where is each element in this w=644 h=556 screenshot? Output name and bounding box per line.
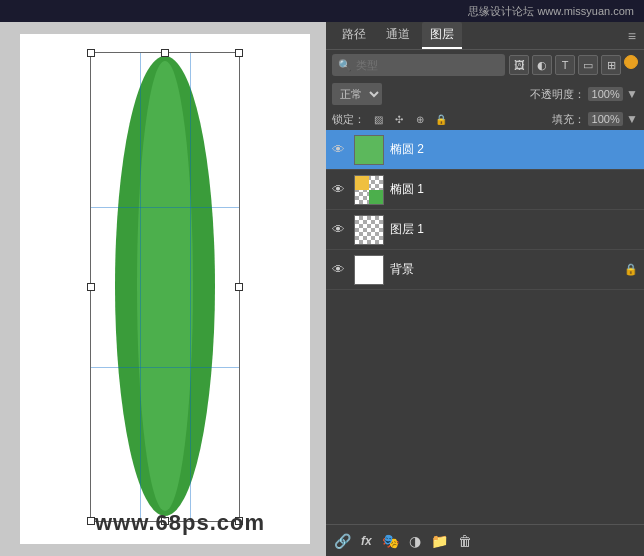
watermark-text: 思缘设计论坛 www.missyuan.com	[468, 4, 634, 19]
selection-box	[90, 52, 240, 522]
search-icons: 🖼 ◐ T ▭ ⊞	[509, 55, 638, 75]
lock-pixels-icon[interactable]: ▨	[369, 110, 387, 128]
mask-icon[interactable]: 🎭	[382, 533, 399, 549]
search-input[interactable]	[356, 59, 499, 71]
handle-tl[interactable]	[87, 49, 95, 57]
canvas-area: www.68ps.com	[0, 22, 330, 556]
layer-item-layer1[interactable]: 👁 图层 1	[326, 210, 644, 250]
layer-thumb-background	[354, 255, 384, 285]
layer-type-smart-icon[interactable]: ⊞	[601, 55, 621, 75]
handle-mr[interactable]	[235, 283, 243, 291]
layer-list: 👁 椭圆 2 👁 椭圆 1 👁 图层 1 👁 背景 🔒	[326, 130, 644, 524]
lock-position-icon[interactable]: ✣	[390, 110, 408, 128]
handle-tm[interactable]	[161, 49, 169, 57]
layer-type-image-icon[interactable]: 🖼	[509, 55, 529, 75]
layer-type-adjust-icon[interactable]: ◐	[532, 55, 552, 75]
fill-arrow[interactable]: ▼	[626, 112, 638, 126]
layer-type-text-icon[interactable]: T	[555, 55, 575, 75]
link-icon[interactable]: 🔗	[334, 533, 351, 549]
fill-label: 填充：	[552, 112, 585, 127]
bottom-watermark: www.68ps.com	[60, 510, 300, 536]
handle-ml[interactable]	[87, 283, 95, 291]
eye-icon-ellipse2[interactable]: 👁	[332, 142, 348, 157]
white-canvas: www.68ps.com	[20, 34, 310, 544]
layer-type-shape-icon[interactable]: ▭	[578, 55, 598, 75]
blend-mode-select[interactable]: 正常	[332, 83, 382, 105]
tab-path[interactable]: 路径	[334, 22, 374, 49]
opacity-value: 100%	[588, 87, 623, 101]
layer-name-background: 背景	[390, 261, 618, 278]
search-box[interactable]: 🔍	[332, 54, 505, 76]
layer-type-dot-icon[interactable]	[624, 55, 638, 69]
tab-channel[interactable]: 通道	[378, 22, 418, 49]
fill-row: 填充： 100% ▼	[552, 112, 638, 127]
layers-panel: 路径 通道 图层 ≡ 🔍 🖼 ◐ T ▭ ⊞ 正常 不透明度： 100% ▼	[326, 22, 644, 556]
trash-icon[interactable]: 🗑	[458, 533, 472, 549]
lock-badge-background: 🔒	[624, 263, 638, 276]
fx-icon[interactable]: fx	[361, 534, 372, 548]
eye-icon-layer1[interactable]: 👁	[332, 222, 348, 237]
watermark-bar: 思缘设计论坛 www.missyuan.com	[0, 0, 644, 22]
search-row: 🔍 🖼 ◐ T ▭ ⊞	[326, 50, 644, 80]
opacity-arrow[interactable]: ▼	[626, 87, 638, 101]
layer-item-background[interactable]: 👁 背景 🔒	[326, 250, 644, 290]
eye-icon-background[interactable]: 👁	[332, 262, 348, 277]
panel-tabs: 路径 通道 图层 ≡	[326, 22, 644, 50]
layer-name-ellipse1: 椭圆 1	[390, 181, 638, 198]
panel-menu-icon[interactable]: ≡	[628, 28, 636, 44]
layer-name-ellipse2: 椭圆 2	[390, 141, 638, 158]
panel-bottom: 🔗 fx 🎭 ◑ 📁 🗑	[326, 524, 644, 556]
layer-thumb-ellipse2	[354, 135, 384, 165]
blend-row: 正常 不透明度： 100% ▼	[326, 80, 644, 108]
lock-all-icon[interactable]: 🔒	[432, 110, 450, 128]
lock-label: 锁定：	[332, 112, 365, 127]
layer-thumb-layer1	[354, 215, 384, 245]
handle-tr[interactable]	[235, 49, 243, 57]
lock-move-icon[interactable]: ⊕	[411, 110, 429, 128]
opacity-label: 不透明度：	[530, 87, 585, 102]
layer-item-ellipse2[interactable]: 👁 椭圆 2	[326, 130, 644, 170]
eye-icon-ellipse1[interactable]: 👁	[332, 182, 348, 197]
layer-thumb-ellipse1	[354, 175, 384, 205]
folder-icon[interactable]: 📁	[431, 533, 448, 549]
layer-item-ellipse1[interactable]: 👁 椭圆 1	[326, 170, 644, 210]
opacity-row: 不透明度： 100% ▼	[530, 87, 638, 102]
adjustment-icon[interactable]: ◑	[409, 533, 421, 549]
search-icon: 🔍	[338, 59, 352, 72]
tab-layers[interactable]: 图层	[422, 22, 462, 49]
fill-value: 100%	[588, 112, 623, 126]
layer-name-layer1: 图层 1	[390, 221, 638, 238]
lock-row: 锁定： ▨ ✣ ⊕ 🔒 填充： 100% ▼	[326, 108, 644, 130]
lock-icons: ▨ ✣ ⊕ 🔒	[369, 110, 450, 128]
